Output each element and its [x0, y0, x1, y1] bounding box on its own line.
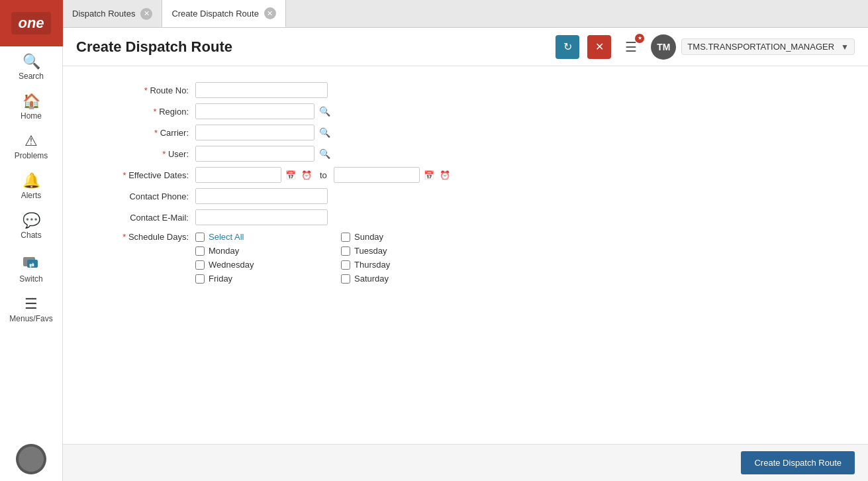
contact-phone-field — [195, 186, 842, 207]
tab-dispatch-routes[interactable]: Dispatch Routes ✕ — [63, 0, 162, 27]
svg-text:⇄: ⇄ — [29, 262, 34, 268]
sidebar: one 🔍 Search 🏠 Home ⚠ Problems 🔔 Alerts … — [0, 0, 63, 481]
sidebar-item-label: Menus/Favs — [9, 314, 52, 323]
day-saturday-item: Saturday — [341, 274, 473, 284]
switch-icon: ⇄ — [22, 253, 40, 272]
friday-checkbox[interactable] — [195, 274, 205, 284]
effective-date-from-input[interactable] — [195, 167, 281, 183]
sidebar-item-label: Chats — [21, 231, 41, 240]
sidebar-item-chats[interactable]: 💬 Chats — [0, 205, 62, 245]
schedule-days-field: Select All Sunday Monday — [195, 228, 842, 285]
main-content: Dispatch Routes ✕ Create Dispatch Route … — [63, 0, 868, 481]
user-field: 🔍 — [195, 143, 842, 164]
svg-point-5 — [24, 461, 38, 472]
sidebar-item-home[interactable]: 🏠 Home — [0, 86, 62, 126]
route-no-input[interactable] — [195, 82, 328, 98]
calendar-to-icon[interactable]: 📅 — [422, 168, 436, 182]
form-row-schedule-days: Schedule Days: Select All Sunday — [89, 228, 842, 285]
user-label: User: — [89, 143, 195, 164]
user-input[interactable] — [195, 146, 314, 162]
select-all-link[interactable]: Select All — [209, 232, 244, 242]
wednesday-label: Wednesday — [209, 260, 254, 270]
saturday-checkbox[interactable] — [341, 274, 350, 284]
day-tuesday-item: Tuesday — [341, 246, 473, 256]
app-logo[interactable]: one — [0, 0, 63, 46]
form-table: Route No: Region: 🔍 — [89, 80, 842, 285]
bell-icon: 🔔 — [23, 174, 40, 188]
carrier-input[interactable] — [195, 125, 314, 140]
svg-point-4 — [26, 452, 36, 461]
form-row-contact-email: Contact E-Mail: — [89, 207, 842, 228]
sidebar-item-label: Problems — [15, 151, 48, 160]
sidebar-item-problems[interactable]: ⚠ Problems — [0, 126, 62, 166]
calendar-from-icon[interactable]: 📅 — [284, 168, 297, 182]
region-input[interactable] — [195, 103, 314, 119]
day-sunday-item: Sunday — [341, 232, 473, 242]
select-all-checkbox[interactable] — [195, 233, 205, 242]
form-row-region: Region: 🔍 — [89, 101, 842, 122]
logo-text: one — [11, 12, 50, 34]
day-wednesday-item: Wednesday — [195, 260, 328, 270]
create-dispatch-route-button[interactable]: Create Dispatch Route — [741, 451, 855, 474]
sidebar-user-avatar[interactable] — [16, 444, 46, 474]
contact-email-field — [195, 207, 842, 228]
menu-button[interactable]: ☰ ★ — [619, 35, 643, 59]
region-field: 🔍 — [195, 101, 842, 122]
content-area: Route No: Region: 🔍 — [63, 66, 868, 481]
home-icon: 🏠 — [23, 94, 40, 109]
carrier-field: 🔍 — [195, 122, 842, 143]
header-bar: Create Dispatch Route ↻ ✕ ☰ ★ TM TMS.TRA… — [63, 28, 868, 66]
refresh-button[interactable]: ↻ — [555, 35, 579, 59]
user-avatar: TM — [651, 34, 676, 60]
monday-checkbox[interactable] — [195, 246, 205, 256]
dropdown-arrow-icon: ▼ — [841, 42, 849, 52]
sidebar-item-menus[interactable]: ☰ Menus/Favs — [0, 289, 62, 329]
tab-bar: Dispatch Routes ✕ Create Dispatch Route … — [63, 0, 868, 28]
search-icon: 🔍 — [23, 54, 40, 69]
saturday-label: Saturday — [354, 274, 389, 284]
sidebar-item-alerts[interactable]: 🔔 Alerts — [0, 166, 62, 205]
tuesday-checkbox[interactable] — [341, 246, 350, 256]
sidebar-item-switch[interactable]: ⇄ Switch — [0, 245, 62, 289]
schedule-days-container: Select All Sunday Monday — [195, 229, 842, 284]
close-icon: ✕ — [595, 40, 604, 53]
to-label: to — [320, 170, 327, 180]
contact-phone-label: Contact Phone: — [89, 186, 195, 207]
sunday-checkbox[interactable] — [341, 233, 350, 242]
tab-close-create-dispatch-route[interactable]: ✕ — [264, 7, 276, 19]
refresh-icon: ↻ — [563, 40, 572, 53]
tab-close-dispatch-routes[interactable]: ✕ — [140, 8, 152, 20]
sunday-label: Sunday — [354, 232, 383, 242]
user-dropdown[interactable]: TMS.TRANSPORTATION_MANAGER ▼ — [681, 38, 855, 55]
effective-dates-label: Effective Dates: — [89, 164, 195, 186]
day-thursday-item: Thursday — [341, 260, 473, 270]
tab-label: Dispatch Routes — [72, 9, 135, 19]
form-row-user: User: 🔍 — [89, 143, 842, 164]
effective-dates-field: 📅 ⏰ to 📅 ⏰ — [195, 164, 842, 186]
region-search-button[interactable]: 🔍 — [317, 104, 332, 119]
effective-date-to-input[interactable] — [334, 167, 420, 183]
contact-email-label: Contact E-Mail: — [89, 207, 195, 228]
sidebar-item-label: Search — [19, 72, 44, 81]
clock-from-icon[interactable]: ⏰ — [300, 168, 313, 182]
clock-to-icon[interactable]: ⏰ — [438, 168, 452, 182]
contact-phone-input[interactable] — [195, 188, 328, 204]
route-no-field — [195, 80, 842, 101]
star-badge: ★ — [635, 34, 644, 43]
footer-bar: Create Dispatch Route — [63, 444, 868, 481]
form-row-contact-phone: Contact Phone: — [89, 186, 842, 207]
magnifier-icon: 🔍 — [319, 127, 330, 138]
tab-create-dispatch-route[interactable]: Create Dispatch Route ✕ — [162, 0, 286, 27]
thursday-checkbox[interactable] — [341, 260, 350, 270]
sidebar-bottom — [16, 444, 46, 481]
user-search-button[interactable]: 🔍 — [317, 146, 332, 161]
wednesday-checkbox[interactable] — [195, 260, 205, 270]
user-section: TM TMS.TRANSPORTATION_MANAGER ▼ — [651, 34, 855, 60]
contact-email-input[interactable] — [195, 209, 328, 225]
friday-label: Friday — [209, 274, 232, 284]
sidebar-item-search[interactable]: 🔍 Search — [0, 46, 62, 86]
day-friday-item: Friday — [195, 274, 328, 284]
carrier-search-button[interactable]: 🔍 — [317, 125, 332, 140]
close-button[interactable]: ✕ — [587, 35, 611, 59]
select-all-item: Select All — [195, 232, 328, 242]
